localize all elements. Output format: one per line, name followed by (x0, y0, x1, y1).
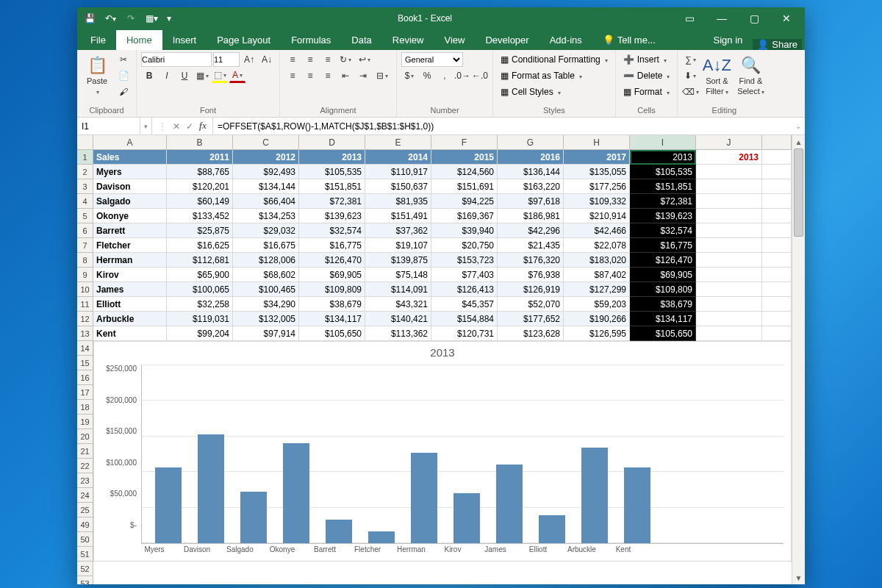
cell[interactable]: $100,465 (233, 282, 299, 297)
row-header[interactable]: 4 (77, 194, 93, 209)
autosum-icon[interactable]: ∑ (682, 52, 698, 67)
chart-bar[interactable] (581, 448, 608, 543)
cell[interactable] (696, 223, 762, 238)
cell[interactable]: $52,070 (498, 297, 564, 312)
name-box[interactable]: I1 (77, 118, 140, 135)
cell[interactable] (696, 326, 762, 341)
row-header[interactable]: 17 (77, 385, 93, 400)
cell[interactable]: $123,628 (498, 326, 564, 341)
row-header[interactable]: 16 (77, 370, 93, 385)
cell[interactable]: Okonye (93, 209, 167, 223)
cell[interactable]: 2012 (233, 150, 299, 165)
border-icon[interactable]: ▦ (194, 68, 210, 83)
column-header[interactable]: B (167, 135, 233, 150)
cell[interactable]: $177,652 (498, 312, 564, 326)
row-header[interactable]: 20 (77, 429, 93, 444)
cell[interactable]: $134,144 (233, 179, 299, 194)
cell[interactable] (762, 179, 792, 194)
chart-bar[interactable] (496, 465, 523, 543)
cell[interactable]: $139,623 (630, 209, 696, 223)
align-top-icon[interactable]: ≡ (284, 52, 301, 67)
fill-color-icon[interactable]: ⬚ (212, 68, 228, 83)
align-right-icon[interactable]: ≡ (320, 68, 336, 83)
cell[interactable] (762, 150, 792, 165)
cell[interactable]: $126,470 (630, 253, 696, 268)
cell[interactable]: $21,435 (498, 238, 564, 253)
tab-insert[interactable]: Insert (162, 30, 207, 50)
vertical-scrollbar[interactable]: ▲ ▼ (792, 135, 805, 584)
close-button[interactable]: ✕ (772, 7, 800, 29)
cell[interactable]: $113,362 (365, 326, 431, 341)
font-name-input[interactable] (141, 52, 212, 67)
cell[interactable]: $154,884 (431, 312, 498, 326)
align-middle-icon[interactable]: ≡ (302, 52, 318, 67)
cell[interactable]: $32,574 (299, 223, 365, 238)
decrease-font-icon[interactable]: A↓ (259, 52, 275, 67)
row-header[interactable]: 5 (77, 209, 93, 223)
column-header[interactable]: J (696, 135, 762, 150)
clear-icon[interactable]: ⌫ (682, 85, 698, 99)
cell[interactable]: $132,005 (233, 312, 299, 326)
cell[interactable]: $97,914 (233, 326, 299, 341)
merge-center-button[interactable]: ⊟ (373, 68, 392, 83)
cell[interactable]: $20,750 (431, 238, 498, 253)
cell[interactable]: $42,296 (498, 223, 564, 238)
cell[interactable]: $136,144 (498, 165, 564, 179)
cell[interactable] (696, 194, 762, 209)
cell[interactable]: 2011 (167, 150, 233, 165)
delete-cells-button[interactable]: ➖Delete (620, 68, 673, 83)
chart-bar[interactable] (624, 467, 650, 543)
cell[interactable]: $77,403 (431, 268, 498, 282)
cell[interactable]: $210,914 (564, 209, 630, 223)
row-header[interactable]: 13 (77, 326, 93, 341)
cell-styles-button[interactable]: ▦Cell Styles (498, 85, 564, 99)
cell[interactable]: $43,321 (365, 297, 431, 312)
copy-icon[interactable]: 📄 (115, 68, 132, 83)
name-box-dropdown[interactable]: ▾ (140, 118, 152, 135)
tab-review[interactable]: Review (382, 30, 434, 50)
column-header[interactable]: H (564, 135, 630, 150)
cell[interactable]: $92,493 (233, 165, 299, 179)
cell[interactable]: $38,679 (630, 297, 696, 312)
tab-data[interactable]: Data (341, 30, 381, 50)
cell[interactable]: Myers (93, 165, 167, 179)
number-format-select[interactable]: General (401, 52, 463, 67)
format-painter-icon[interactable]: 🖌 (115, 85, 132, 99)
font-size-input[interactable] (213, 52, 240, 67)
tab-home[interactable]: Home (116, 30, 162, 50)
cell[interactable]: $114,091 (365, 282, 431, 297)
row-header[interactable]: 52 (77, 562, 93, 576)
chart-bar[interactable] (453, 493, 480, 543)
cell[interactable]: $105,650 (299, 326, 365, 341)
cell[interactable]: $134,117 (299, 312, 365, 326)
cell[interactable]: $25,875 (167, 223, 233, 238)
cell[interactable]: $135,055 (564, 165, 630, 179)
cell[interactable]: $72,381 (630, 194, 696, 209)
row-header[interactable]: 49 (77, 517, 93, 532)
redo-icon[interactable]: ↷ (123, 10, 139, 27)
row-header[interactable]: 14 (77, 341, 93, 356)
cell[interactable]: $176,320 (498, 253, 564, 268)
cell[interactable]: $109,809 (299, 282, 365, 297)
cell[interactable]: $59,203 (564, 297, 630, 312)
scroll-down-icon[interactable]: ▼ (792, 571, 805, 584)
chart-bar[interactable] (198, 434, 224, 543)
tell-me[interactable]: 💡Tell me... (592, 30, 666, 50)
column-header[interactable]: I (630, 135, 696, 150)
sort-filter-button[interactable]: A↓Z Sort & Filter (701, 52, 732, 99)
percent-icon[interactable]: % (419, 68, 435, 83)
underline-button[interactable]: U (176, 68, 193, 83)
cell[interactable]: $16,675 (233, 238, 299, 253)
row-header[interactable]: 6 (77, 223, 93, 238)
align-bottom-icon[interactable]: ≡ (320, 52, 336, 67)
decrease-indent-icon[interactable]: ⇤ (337, 68, 354, 83)
cell[interactable]: $120,731 (431, 326, 498, 341)
cell[interactable] (762, 253, 792, 268)
cell[interactable]: $133,452 (167, 209, 233, 223)
enter-formula-icon[interactable]: ✓ (186, 121, 193, 132)
cell[interactable]: 2016 (498, 150, 564, 165)
cell[interactable]: $37,362 (365, 223, 431, 238)
cell[interactable] (762, 194, 792, 209)
cell[interactable]: 2015 (431, 150, 498, 165)
orientation-icon[interactable]: ↻ (337, 52, 354, 67)
